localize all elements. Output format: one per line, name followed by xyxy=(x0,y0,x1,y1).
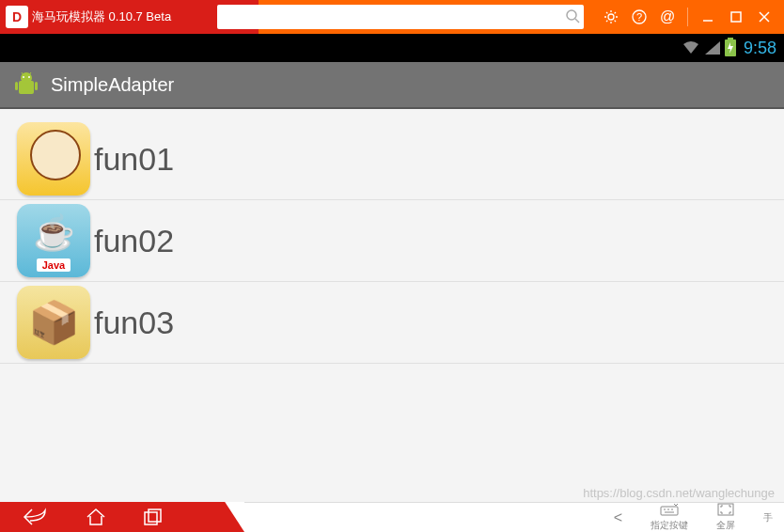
android-robot-icon xyxy=(11,70,41,100)
list-item[interactable]: fun03 xyxy=(0,282,784,364)
emulator-logo: D xyxy=(6,6,28,28)
app-title: SimpleAdapter xyxy=(51,74,174,96)
svg-rect-7 xyxy=(731,12,741,22)
list-item-text: fun03 xyxy=(94,305,174,341)
fullscreen-label: 全屏 xyxy=(716,519,735,532)
signal-icon xyxy=(704,40,721,55)
app-content: fun01 fun02 fun03 xyxy=(0,109,784,502)
list-item-text: fun02 xyxy=(94,223,174,259)
back-arrow-button[interactable]: < xyxy=(614,510,622,525)
battery-icon xyxy=(725,39,736,56)
svg-point-13 xyxy=(28,76,30,78)
back-icon[interactable] xyxy=(23,508,49,526)
list-item-text: fun01 xyxy=(94,141,174,178)
emulator-titlebar: D 海马玩模拟器 0.10.7 Beta ? @ xyxy=(0,0,784,34)
list-item-icon-chef xyxy=(17,122,90,196)
maximize-icon[interactable] xyxy=(728,8,745,25)
at-icon[interactable]: @ xyxy=(659,8,676,25)
emulator-titlebar-right: ? @ xyxy=(591,0,784,34)
help-icon[interactable]: ? xyxy=(631,8,648,25)
svg-point-2 xyxy=(608,14,614,20)
keyboard-button[interactable]: 指定按键 xyxy=(651,503,688,532)
gear-icon[interactable] xyxy=(603,8,619,25)
emulator-bottombar: < 指定按键 全屏 手 xyxy=(0,502,784,532)
bottom-nav xyxy=(0,502,244,532)
svg-text:@: @ xyxy=(660,9,675,24)
phone-button[interactable]: 手 xyxy=(763,511,773,524)
svg-text:?: ? xyxy=(636,11,642,23)
keyboard-label: 指定按键 xyxy=(651,519,688,532)
svg-rect-25 xyxy=(718,504,733,515)
svg-rect-18 xyxy=(145,512,157,524)
svg-rect-14 xyxy=(15,82,18,90)
minimize-icon[interactable] xyxy=(699,8,716,25)
wifi-icon xyxy=(682,40,700,55)
list-item-icon-box xyxy=(17,286,90,359)
emulator-title: 海马玩模拟器 0.10.7 Beta xyxy=(32,8,171,25)
emulator-titlebar-left: D 海马玩模拟器 0.10.7 Beta xyxy=(0,0,210,34)
status-time: 9:58 xyxy=(744,39,776,58)
separator xyxy=(687,8,688,26)
fullscreen-button[interactable]: 全屏 xyxy=(716,503,735,532)
svg-rect-20 xyxy=(661,507,678,515)
search-input[interactable] xyxy=(217,5,584,29)
chevron-left-icon: < xyxy=(614,510,622,525)
svg-rect-19 xyxy=(149,509,161,522)
app-actionbar: SimpleAdapter xyxy=(0,62,784,109)
svg-rect-15 xyxy=(35,82,38,90)
home-icon[interactable] xyxy=(85,508,107,526)
list-item-icon-java xyxy=(17,204,90,277)
search-wrap xyxy=(210,5,591,29)
recent-apps-icon[interactable] xyxy=(143,508,164,526)
svg-point-12 xyxy=(23,76,24,78)
list-item[interactable]: fun02 xyxy=(0,200,784,282)
fullscreen-icon xyxy=(717,503,734,519)
phone-label: 手 xyxy=(763,511,773,524)
keyboard-icon xyxy=(660,503,679,519)
list-item[interactable]: fun01 xyxy=(0,118,784,200)
android-statusbar: 9:58 xyxy=(0,34,784,62)
close-icon[interactable] xyxy=(756,8,773,25)
bottom-tools: < 指定按键 全屏 手 xyxy=(244,502,784,532)
